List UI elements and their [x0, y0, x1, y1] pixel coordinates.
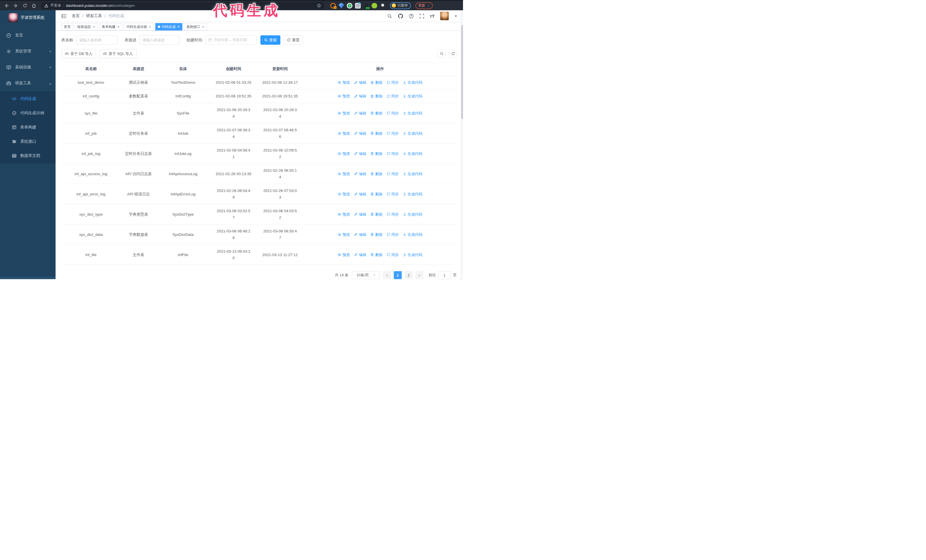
table-name-input[interactable]	[79, 38, 115, 42]
edit-link[interactable]: 编辑	[354, 231, 366, 238]
generate-code-link[interactable]: 生成代码	[403, 231, 422, 238]
bookmark-star-icon[interactable]	[317, 3, 321, 8]
sync-link[interactable]: 同步	[387, 93, 399, 100]
home-icon[interactable]	[30, 2, 38, 9]
tab-close-icon[interactable]: ✕	[202, 25, 204, 29]
delete-link[interactable]: 删除	[371, 79, 382, 86]
preview-link[interactable]: 预览	[337, 130, 350, 137]
sync-link[interactable]: 同步	[387, 252, 399, 258]
sync-link[interactable]: 同步	[387, 211, 399, 217]
sidebar-item-home[interactable]: 首页	[0, 27, 56, 43]
sync-link[interactable]: 同步	[387, 231, 399, 238]
sidebar-fold-icon[interactable]	[61, 14, 67, 18]
sidebar-item-system[interactable]: 系统管理 ▾	[0, 43, 56, 59]
tab-close-icon[interactable]: ✕	[148, 25, 151, 29]
date-range-picker[interactable]: 开始日期 - 结束日期	[205, 35, 256, 45]
preview-link[interactable]: 预览	[337, 171, 350, 177]
table-desc-input[interactable]	[142, 38, 176, 42]
extension-columns-icon[interactable]	[355, 3, 361, 9]
scrollbar-thumb[interactable]	[461, 25, 463, 119]
sidebar-item-infra[interactable]: 基础设施 ▾	[0, 59, 56, 75]
delete-link[interactable]: 删除	[371, 231, 382, 238]
edit-link[interactable]: 编辑	[354, 150, 366, 157]
delete-link[interactable]: 删除	[371, 150, 382, 157]
caret-down-icon[interactable]: ▼	[454, 15, 457, 18]
reload-icon[interactable]	[21, 2, 29, 9]
breadcrumb-devtools[interactable]: 研发工具	[86, 14, 102, 18]
goto-page-input[interactable]	[438, 271, 451, 279]
sync-link[interactable]: 同步	[387, 130, 399, 137]
github-icon[interactable]	[398, 14, 403, 19]
sync-link[interactable]: 同步	[387, 79, 399, 86]
tab[interactable]: 系统接口 ✕	[184, 23, 207, 30]
preview-link[interactable]: 预览	[337, 252, 350, 258]
preview-link[interactable]: 预览	[337, 110, 350, 116]
extension-orange-icon[interactable]: 1	[330, 3, 336, 9]
preview-link[interactable]: 预览	[337, 191, 350, 198]
page-button-2[interactable]: 2	[405, 271, 413, 279]
font-size-icon[interactable]: ᴛT	[430, 14, 435, 18]
delete-link[interactable]: 删除	[371, 211, 382, 217]
tab[interactable]: 链路追踪 ✕	[75, 23, 98, 30]
delete-link[interactable]: 删除	[371, 171, 382, 177]
preview-link[interactable]: 预览	[337, 231, 350, 238]
breadcrumb-home[interactable]: 首页	[72, 14, 80, 18]
delete-link[interactable]: 删除	[371, 191, 382, 198]
delete-link[interactable]: 删除	[371, 110, 382, 116]
generate-code-link[interactable]: 生成代码	[403, 110, 422, 116]
logo-row[interactable]: 芋道管理系统	[0, 10, 56, 25]
edit-link[interactable]: 编辑	[354, 93, 366, 100]
sidebar-item-db-doc[interactable]: 数据库文档	[0, 149, 56, 163]
back-icon[interactable]	[3, 2, 10, 9]
generate-code-link[interactable]: 生成代码	[403, 93, 422, 100]
page-scrollbar[interactable]	[461, 10, 463, 280]
extension-gem-icon[interactable]	[339, 3, 344, 9]
tab[interactable]: 代码生成 ✕	[155, 23, 182, 30]
tab-close-icon[interactable]: ✕	[177, 25, 180, 29]
delete-link[interactable]: 删除	[371, 252, 382, 258]
search-button[interactable]: 搜索	[260, 35, 280, 45]
sidebar-item-codegen-example[interactable]: 代码生成示例	[0, 106, 56, 120]
sync-link[interactable]: 同步	[387, 171, 399, 177]
edit-link[interactable]: 编辑	[354, 171, 366, 177]
tab-close-icon[interactable]: ✕	[92, 25, 95, 29]
sidebar-item-form-builder[interactable]: 表单构建	[0, 120, 56, 134]
reset-button[interactable]: 重置	[283, 35, 303, 45]
tab[interactable]: 代码生成示例 ✕	[124, 23, 154, 30]
help-icon[interactable]	[409, 14, 414, 18]
generate-code-link[interactable]: 生成代码	[403, 79, 422, 86]
import-db-button[interactable]: 基于 DB 导入	[61, 49, 96, 58]
sidebar-item-system-api[interactable]: 系统接口	[0, 134, 56, 149]
tab-close-icon[interactable]: ✕	[117, 25, 120, 29]
page-size-select[interactable]: 10条/页 ▼	[352, 271, 380, 279]
generate-code-link[interactable]: 生成代码	[403, 150, 422, 157]
sidebar-item-codegen[interactable]: 代码生成	[0, 92, 56, 106]
extension-terminal-icon[interactable]: on	[363, 3, 369, 9]
generate-code-link[interactable]: 生成代码	[403, 211, 422, 217]
generate-code-link[interactable]: 生成代码	[403, 130, 422, 137]
prev-page-button[interactable]: ‹	[383, 271, 391, 279]
paused-chip[interactable]: 已暂停	[390, 2, 411, 9]
security-label[interactable]: 不安全	[50, 3, 61, 8]
extensions-puzzle-icon[interactable]	[380, 3, 386, 9]
preview-link[interactable]: 预览	[337, 211, 350, 217]
delete-link[interactable]: 删除	[371, 93, 382, 100]
update-button[interactable]: 更新 ⋮	[415, 2, 433, 9]
edit-link[interactable]: 编辑	[354, 211, 366, 217]
next-page-button[interactable]: ›	[415, 271, 424, 279]
fullscreen-icon[interactable]	[419, 14, 424, 18]
preview-link[interactable]: 预览	[337, 93, 350, 100]
generate-code-link[interactable]: 生成代码	[403, 191, 422, 198]
sidebar-collapse-bar[interactable]	[0, 276, 56, 279]
avatar[interactable]	[440, 12, 449, 20]
sync-link[interactable]: 同步	[387, 191, 399, 198]
edit-link[interactable]: 编辑	[354, 252, 366, 258]
tab[interactable]: 首页	[61, 23, 73, 30]
search-icon[interactable]	[387, 14, 392, 18]
sync-link[interactable]: 同步	[387, 110, 399, 116]
url-bar[interactable]: 不安全 dashboard.yudao.iocoder.cn/tool/code…	[41, 2, 325, 9]
edit-link[interactable]: 编辑	[354, 110, 366, 116]
edit-link[interactable]: 编辑	[354, 191, 366, 198]
preview-link[interactable]: 预览	[337, 150, 350, 157]
tab[interactable]: 表单构建 ✕	[99, 23, 122, 30]
